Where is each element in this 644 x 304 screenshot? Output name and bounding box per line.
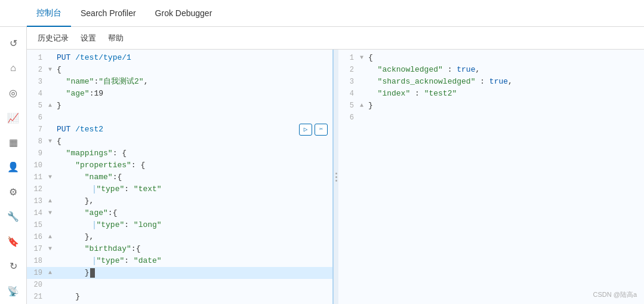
code-line-8: 8 ▼ { xyxy=(27,136,332,148)
sidebar-icon-bookmark[interactable]: 🔖 xyxy=(1,230,25,253)
code-line-21: 21 } xyxy=(27,291,332,303)
code-line-15: 15 "type": "long" xyxy=(27,219,332,231)
history-item[interactable]: 历史记录 xyxy=(36,30,70,46)
right-code-line-5: 5 ▲ } xyxy=(338,100,644,112)
code-line-7: 7 PUT /test2 ▷ ✂ xyxy=(27,124,332,136)
editor-area: 1 PUT /test/type/1 2 ▼ { 3 "name": xyxy=(27,50,644,304)
sidebar-icon-dashboard[interactable]: ▦ xyxy=(1,131,25,154)
right-editor-pane[interactable]: 1 ▼ { 2 "acknowledged" : true, 3 xyxy=(338,50,644,304)
code-line-5: 5 ▲ } xyxy=(27,100,332,112)
sidebar-icon-visualize[interactable]: 📈 xyxy=(1,106,25,129)
right-code-line-3: 3 "shards_acknowledged" : true, xyxy=(338,76,644,88)
code-line-2: 2 ▼ { xyxy=(27,64,332,76)
top-nav: 控制台 Search Profiler Grok Debugger xyxy=(0,0,644,27)
sidebar-icon-settings[interactable]: ⚙ xyxy=(1,180,25,204)
code-line-13: 13 ▲ }, xyxy=(27,195,332,207)
code-line-20: 20 xyxy=(27,279,332,291)
tab-search-profiler[interactable]: Search Profiler xyxy=(71,0,146,27)
code-line-11: 11 ▼ "name":{ xyxy=(27,171,332,183)
sidebar-icon-wrench[interactable]: 🔧 xyxy=(1,205,25,228)
settings-item[interactable]: 设置 xyxy=(79,30,97,46)
code-line-17: 17 ▼ "birthday":{ xyxy=(27,243,332,255)
copy-button[interactable]: ✂ xyxy=(315,124,328,136)
run-btn-area: ▷ ✂ xyxy=(299,124,328,136)
left-editor-pane[interactable]: 1 PUT /test/type/1 2 ▼ { 3 "name": xyxy=(27,50,334,304)
sidebar-icon-refresh[interactable]: ↻ xyxy=(1,254,25,278)
sidebar-icon-wifi[interactable]: 📡 xyxy=(1,280,25,303)
sidebar: ↺ ⌂ ◎ 📈 ▦ 👤 ⚙ 🔧 🔖 ↻ 📡 xyxy=(0,27,27,304)
right-code-line-2: 2 "acknowledged" : true, xyxy=(338,64,644,76)
code-line-16: 16 ▲ }, xyxy=(27,231,332,243)
tab-console[interactable]: 控制台 xyxy=(27,0,71,27)
code-line-18: 18 "type": "date" xyxy=(27,255,332,267)
tab-grok-debugger[interactable]: Grok Debugger xyxy=(146,0,222,27)
sidebar-icon-user[interactable]: 👤 xyxy=(1,155,25,179)
code-line-10: 10 "properties": { xyxy=(27,159,332,171)
code-line-19: 19 ▲ } xyxy=(27,267,332,279)
main-layout: ↺ ⌂ ◎ 📈 ▦ 👤 ⚙ 🔧 🔖 ↻ 📡 历史记录 设置 帮助 1 xyxy=(0,27,644,304)
code-line-6: 6 xyxy=(27,112,332,124)
code-line-1: 1 PUT /test/type/1 xyxy=(27,52,332,64)
code-line-3: 3 "name":"自我测试2", xyxy=(27,76,332,88)
left-code-editor: 1 PUT /test/type/1 2 ▼ { 3 "name": xyxy=(27,50,332,304)
code-line-9: 9 "mappings": { xyxy=(27,148,332,159)
watermark: CSDN @陆高a xyxy=(593,290,637,299)
run-button[interactable]: ▷ xyxy=(299,124,312,136)
content-area: 历史记录 设置 帮助 1 PUT /test/type/1 2 xyxy=(27,27,644,304)
pane-divider[interactable] xyxy=(334,50,338,304)
sidebar-icon-discover[interactable]: ◎ xyxy=(1,81,25,105)
right-code-line-6: 6 xyxy=(338,112,644,124)
right-code-line-1: 1 ▼ { xyxy=(338,52,644,64)
right-code-line-4: 4 "index" : "test2" xyxy=(338,88,644,100)
code-line-12: 12 "type": "text" xyxy=(27,183,332,195)
code-line-14: 14 ▼ "age":{ xyxy=(27,207,332,219)
sidebar-icon-history[interactable]: ↺ xyxy=(1,32,25,55)
sidebar-icon-home[interactable]: ⌂ xyxy=(1,56,25,79)
code-line-4: 4 "age":19 xyxy=(27,88,332,100)
right-code-editor: 1 ▼ { 2 "acknowledged" : true, 3 xyxy=(338,50,644,304)
help-item[interactable]: 帮助 xyxy=(107,30,125,46)
secondary-toolbar: 历史记录 设置 帮助 xyxy=(27,27,644,50)
